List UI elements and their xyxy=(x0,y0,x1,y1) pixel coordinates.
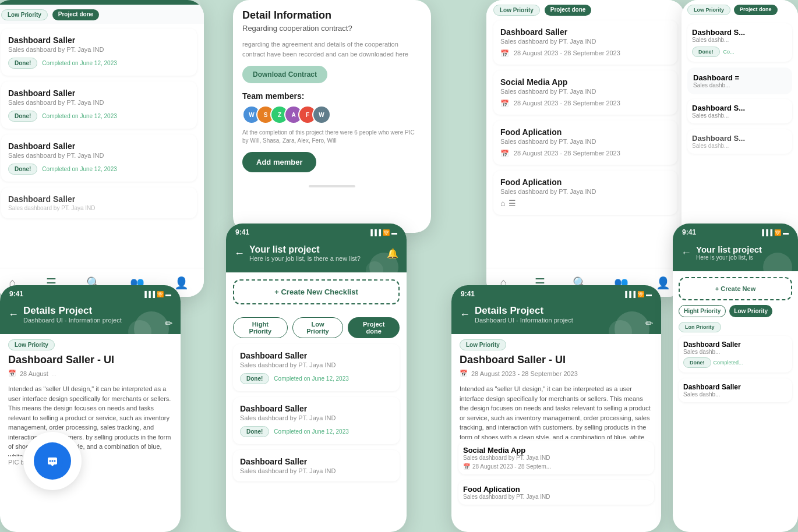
list-fr-subtitle: Here is your job list, is xyxy=(696,254,762,261)
chat-icon xyxy=(34,442,71,480)
list-project-title: Your list project xyxy=(249,244,361,255)
calendar-icon-3: 📅 xyxy=(500,150,509,158)
fr-lon-priority-tag: Lon Priority xyxy=(679,322,721,332)
far-item-1: Dashboard S... Sales dashb... Done! Co..… xyxy=(687,23,792,62)
card-detail: Detail Information Regarding cooperation… xyxy=(233,0,431,233)
date-1: 28 August 2023 - 28 September 2023 xyxy=(514,49,620,58)
detail-content: Detail Information Regarding cooperation… xyxy=(233,0,431,182)
lc-title-3: Dashboard Saller xyxy=(240,457,393,466)
lc-badge-1: Done! xyxy=(240,373,269,384)
fr-completed-1: Completed... xyxy=(714,360,743,366)
card-list-far-right: 9:41 ▐▐▐ 🛜 ▬ ← Your list project Here is… xyxy=(673,224,798,532)
svg-point-2 xyxy=(52,460,54,462)
right-item-3: Food Aplication Sales dashboard by PT. J… xyxy=(493,120,677,165)
list-center-item-1: Dashboard Saller Sales dashboard by PT. … xyxy=(233,344,400,391)
project-subtitle-3: Sales dashboard by PT. Jaya IND xyxy=(8,152,190,159)
fr-item-2: Dashboard Saller Sales dashb... xyxy=(679,378,792,402)
far-subtitle-1: Sales dashb... xyxy=(692,37,788,43)
deco-circle-lc2 xyxy=(366,261,383,279)
badge-done-1: Done! xyxy=(8,58,37,69)
hight-priority-btn[interactable]: Hight Priority xyxy=(233,317,288,338)
time-center-r: 9:41 xyxy=(461,290,475,298)
card-details-center: 9:41 ▐▐▐ 🛜 ▬ ← Details Project Dashboard… xyxy=(451,285,661,532)
date-value-left: 28 August xyxy=(20,370,48,377)
far-right-tags: Low Priority Project done xyxy=(682,0,798,19)
project-item-1: Dashboard Saller Sales dashboard by PT. … xyxy=(1,29,197,76)
extra-items-center: Social Media App Sales dashboard by PT. … xyxy=(451,439,661,513)
desc-center: Intended as "seller UI design," it can b… xyxy=(451,381,661,439)
hight-priority-fr-btn[interactable]: Hight Priority xyxy=(679,305,726,317)
badge-done-3: Done! xyxy=(8,164,37,175)
detail-title: Detail Information xyxy=(242,9,422,22)
back-arrow-center-r[interactable]: ← xyxy=(460,308,470,321)
details-center-subtitle: Dashboard UI - Information project xyxy=(475,317,573,324)
far-completed-1: Co... xyxy=(723,49,735,55)
fr-items: Dashboard Saller Sales dashb... Done! Co… xyxy=(673,336,798,402)
low-priority-btn[interactable]: Low Priority xyxy=(292,317,344,338)
extra-subtitle-2: Sales dashboard by PT. Jaya IND xyxy=(463,494,649,500)
avatar-6: W xyxy=(312,105,331,124)
right-item-2: Social Media App Sales dashboard by PT. … xyxy=(493,70,677,115)
calendar-icon-2: 📅 xyxy=(500,100,509,108)
user-icon-r[interactable]: 👤 xyxy=(656,276,670,290)
right-list-content: Dashboard Saller Sales dashboard by PT. … xyxy=(486,16,684,225)
badge-project-done: Project done xyxy=(52,9,100,20)
badge-done-2: Done! xyxy=(8,111,37,122)
lc-subtitle-2: Sales dashboard by PT. Jaya IND xyxy=(240,414,393,421)
back-arrow-far-right[interactable]: ← xyxy=(681,247,691,259)
project-subtitle-1: Sales dashboard by PT. Jaya IND xyxy=(8,46,190,53)
detail-description: regarding the agreement and details of t… xyxy=(242,40,422,59)
back-arrow-center[interactable]: ← xyxy=(234,247,245,260)
project-title-2: Dashboard Saller xyxy=(8,88,190,98)
back-arrow-left[interactable]: ← xyxy=(8,308,19,321)
download-contract-btn[interactable]: Download Contract xyxy=(242,66,327,83)
project-item-3: Dashboard Saller Sales dashboard by PT. … xyxy=(1,134,197,182)
status-bar-center-r: 9:41 ▐▐▐ 🛜 ▬ xyxy=(451,285,661,300)
detail-subtitle: Regarding cooperation contract? xyxy=(242,24,422,33)
extra-date-1: 28 August 2023 - 28 Septem... xyxy=(472,463,551,470)
dashboard-title-text: Dashboard = xyxy=(693,73,739,82)
extra-title-2: Food Aplication xyxy=(463,485,649,494)
chat-bubble[interactable] xyxy=(23,432,82,490)
create-checklist-btn[interactable]: + Create New Checklist xyxy=(233,279,400,304)
priority-row-center: Hight Priority Low Priority Project done xyxy=(226,311,407,344)
user-icon[interactable]: 👤 xyxy=(174,276,189,290)
date-2: 28 August 2023 - 28 September 2023 xyxy=(514,100,620,108)
right-title-4: Food Aplication xyxy=(500,178,670,187)
card-list-left: Low Priority Project done Dashboard Sall… xyxy=(0,0,204,297)
far-dashboard-sub: Sales dashb... xyxy=(693,82,786,88)
team-desc: At the completion of this project there … xyxy=(242,129,422,145)
time-far-right: 9:41 xyxy=(682,228,696,236)
far-subtitle-3: Sales dashb... xyxy=(692,143,788,149)
completed-text-2: Completed on June 12, 2023 xyxy=(42,113,116,119)
lc-completed-2: Completed on June 12, 2023 xyxy=(274,428,348,435)
date-more-left: ... xyxy=(52,371,57,377)
far-item-2: Dashboard S... Sales dashb... xyxy=(687,99,792,123)
completed-text-1: Completed on June 12, 2023 xyxy=(42,60,116,66)
fr-subtitle-1: Sales dashb... xyxy=(683,349,788,355)
svg-point-1 xyxy=(50,460,51,462)
right-subtitle-1: Sales dashboard by PT. Jaya IND xyxy=(500,38,670,45)
far-badge-done: Project done xyxy=(734,5,778,15)
far-badge-low: Low Priority xyxy=(687,5,730,15)
card-list-center: 9:41 ▐▐▐ 🛜 ▬ ← Your list project Here is… xyxy=(226,224,407,532)
far-item-3: Dashboard S... Sales dashb... xyxy=(687,129,792,154)
right-title-2: Social Media App xyxy=(500,77,670,87)
deco-circle-fr xyxy=(763,253,792,282)
extra-title-1: Social Media App xyxy=(463,446,649,455)
right-title-3: Food Aplication xyxy=(500,127,670,137)
team-label: Team members: xyxy=(242,91,422,101)
list-center-item-3: Dashboard Saller Sales dashboard by PT. … xyxy=(233,450,400,481)
right-subtitle-4: Sales dashboard by PT. Jaya IND xyxy=(500,188,670,195)
project-done-btn[interactable]: Project done xyxy=(348,317,400,338)
fr-title-2: Dashboard Saller xyxy=(683,383,788,391)
lc-subtitle-3: Sales dashboard by PT. Jaya IND xyxy=(240,467,393,474)
fr-tags: Lon Priority xyxy=(673,322,798,336)
low-priority-badge-center: Low Priority xyxy=(460,339,506,350)
signal-far-right: ▐▐▐ 🛜 ▬ xyxy=(760,229,789,236)
low-priority-fr-btn[interactable]: Low Priority xyxy=(729,305,772,317)
lc-subtitle-1: Sales dashboard by PT. Jaya IND xyxy=(240,361,393,368)
add-member-btn[interactable]: Add member xyxy=(242,152,316,172)
calendar-icon-center: 📅 xyxy=(460,370,468,377)
details-left-subtitle: Dashboard UI - Information project xyxy=(23,317,122,324)
